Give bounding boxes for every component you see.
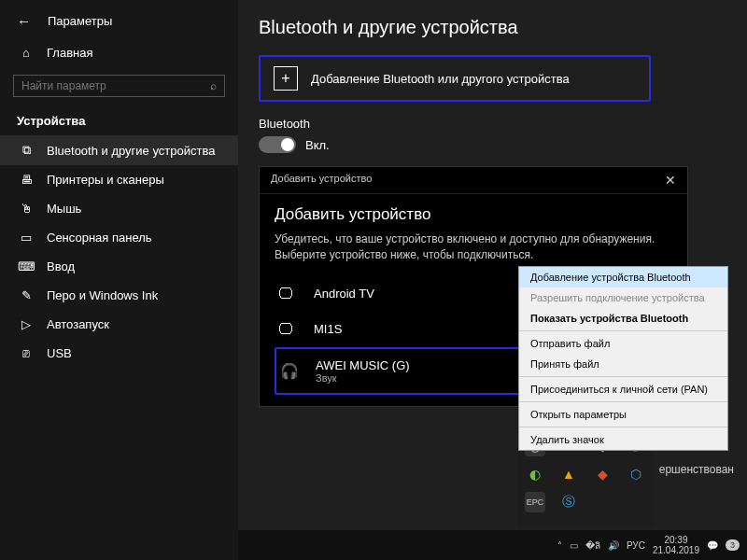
hint-improve: ершенствован — [659, 463, 734, 476]
printer-icon: 🖶 — [17, 173, 35, 187]
page-title: Bluetooth и другие устройства — [259, 17, 726, 38]
pen-icon: ✎ — [17, 288, 35, 302]
bluetooth-state: Вкл. — [305, 138, 330, 152]
close-icon[interactable]: ✕ — [665, 173, 676, 188]
mouse-icon: 🖱 — [17, 202, 35, 216]
sidebar-group-label: Устройства — [0, 110, 238, 135]
toggle-knob — [281, 138, 294, 151]
sidebar-item-autoplay[interactable]: ▷ Автозапуск — [0, 310, 238, 339]
bluetooth-context-menu: Добавление устройства Bluetooth Разрешит… — [518, 266, 728, 451]
back-icon[interactable]: ← — [17, 13, 31, 29]
sidebar-item-usb[interactable]: ⎚ USB — [0, 339, 238, 368]
cm-separator — [519, 376, 727, 377]
tray-sound-icon[interactable]: 🔊 — [608, 540, 619, 551]
cm-separator — [519, 330, 727, 331]
autoplay-icon: ▷ — [17, 317, 35, 331]
header-title: Параметры — [48, 14, 112, 28]
language-indicator[interactable]: РУС — [627, 540, 645, 551]
usb-icon: ⎚ — [17, 346, 35, 360]
tray-wifi-icon[interactable]: �ลิ — [585, 539, 600, 553]
search-icon: ⌕ — [210, 79, 217, 92]
bluetooth-toggle[interactable] — [259, 136, 296, 153]
cm-show-devices[interactable]: Показать устройства Bluetooth — [519, 308, 727, 329]
dialog-header: Добавить устройство ✕ — [260, 167, 687, 194]
sidebar-item-label: Автозапуск — [47, 317, 109, 331]
tray-app2-icon[interactable]: ◆ — [592, 464, 613, 484]
bluetooth-icon: ⧉ — [17, 143, 35, 158]
plus-icon: + — [274, 66, 298, 91]
sidebar-item-printers[interactable]: 🖶 Принтеры и сканеры — [0, 165, 238, 194]
sidebar-home[interactable]: ⌂ Главная — [0, 38, 238, 67]
device-name: Android TV — [314, 287, 374, 301]
tray-epic-icon[interactable]: EPC — [525, 492, 545, 512]
notification-icon[interactable]: 💬 — [707, 540, 718, 551]
settings-header: ← Параметры — [0, 9, 238, 38]
cm-receive-file[interactable]: Принять файл — [519, 354, 727, 374]
taskbar: ˄ ▭ �ลิ 🔊 РУС 20:39 21.04.2019 💬 3 — [238, 530, 747, 560]
bluetooth-label: Bluetooth — [259, 117, 726, 131]
sidebar-item-touchpad[interactable]: ▭ Сенсорная панель — [0, 223, 238, 252]
cm-separator — [519, 427, 727, 427]
sidebar-item-label: Мышь — [47, 202, 81, 216]
clock-time: 20:39 — [653, 535, 699, 545]
tray-network-icon[interactable]: ▭ — [570, 540, 578, 551]
device-name: AWEI MUSIC (G) — [316, 358, 410, 372]
headphones-icon: 🎧 — [280, 362, 304, 380]
sidebar-home-label: Главная — [47, 46, 92, 60]
sidebar-item-label: Ввод — [47, 259, 75, 273]
clock-date: 21.04.2019 — [653, 545, 699, 555]
add-device-label: Добавление Bluetooth или другого устройс… — [311, 72, 570, 86]
cm-separator — [519, 401, 727, 402]
bluetooth-toggle-row: Вкл. — [259, 136, 726, 153]
touchpad-icon: ▭ — [17, 231, 35, 245]
keyboard-icon: ⌨ — [17, 259, 35, 273]
device-sub: Звук — [316, 372, 410, 384]
cm-remove-icon[interactable]: Удалить значок — [519, 429, 727, 450]
sidebar-item-bluetooth[interactable]: ⧉ Bluetooth и другие устройства — [0, 135, 238, 165]
search-box[interactable]: ⌕ — [13, 75, 225, 97]
tray-app3-icon[interactable]: ⬡ — [626, 464, 646, 484]
sidebar-item-label: Bluetooth и другие устройства — [47, 144, 215, 158]
cm-join-pan[interactable]: Присоединиться к личной сети (PAN) — [519, 379, 727, 399]
tray-skype2-icon[interactable]: Ⓢ — [558, 492, 579, 512]
clock[interactable]: 20:39 21.04.2019 — [653, 535, 699, 555]
notification-badge: 3 — [726, 539, 740, 551]
home-icon: ⌂ — [17, 46, 35, 60]
cm-send-file[interactable]: Отправить файл — [519, 333, 727, 354]
display-icon: 🖵 — [278, 321, 303, 338]
sidebar-item-pen[interactable]: ✎ Перо и Windows Ink — [0, 281, 238, 310]
dialog-description: Убедитесь, что ваше устройство включено … — [275, 231, 672, 263]
cm-allow-connect[interactable]: Разрешить подключение устройства — [519, 287, 727, 308]
dialog-header-title: Добавить устройство — [271, 173, 372, 188]
display-icon: 🖵 — [278, 286, 303, 302]
sidebar: ← Параметры ⌂ Главная ⌕ Устройства ⧉ Blu… — [0, 0, 238, 560]
cm-open-settings[interactable]: Открыть параметры — [519, 404, 727, 425]
add-device-button[interactable]: + Добавление Bluetooth или другого устро… — [259, 55, 651, 102]
dialog-title: Добавить устройство — [275, 205, 672, 224]
sidebar-item-mouse[interactable]: 🖱 Мышь — [0, 194, 238, 223]
search-input[interactable] — [21, 79, 210, 92]
tray-utorrent-icon[interactable]: ◐ — [525, 464, 545, 484]
sidebar-item-label: Перо и Windows Ink — [47, 288, 158, 302]
tray-chevron-icon[interactable]: ˄ — [557, 540, 562, 551]
sidebar-item-input[interactable]: ⌨ Ввод — [0, 252, 238, 281]
device-name: MI1S — [314, 322, 342, 336]
cm-add-device[interactable]: Добавление устройства Bluetooth — [519, 267, 727, 287]
tray-avast-icon[interactable]: ▲ — [558, 464, 579, 484]
sidebar-item-label: Принтеры и сканеры — [47, 173, 164, 187]
sidebar-item-label: Сенсорная панель — [47, 231, 152, 245]
sidebar-item-label: USB — [47, 346, 72, 360]
